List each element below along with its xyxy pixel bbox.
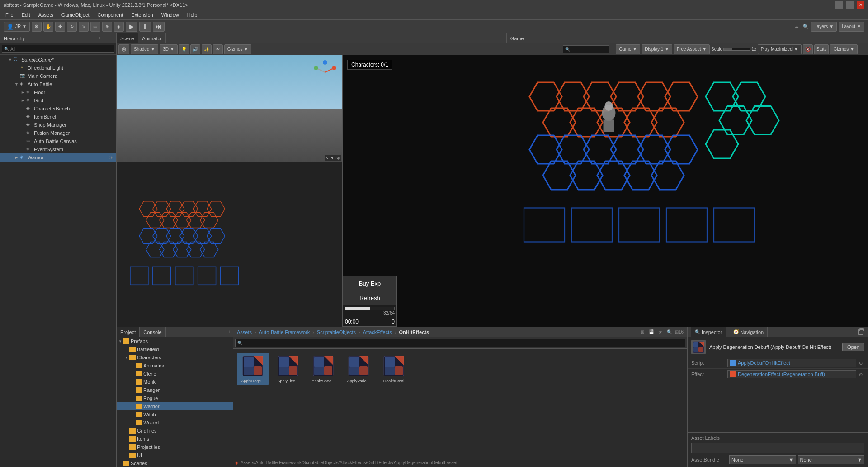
minimize-button[interactable]: ─ — [835, 1, 843, 9]
breadcrumb-so[interactable]: ScriptableObjects — [317, 329, 356, 335]
tab-console[interactable]: Console — [140, 327, 165, 337]
tab-game[interactable]: Game — [507, 33, 528, 43]
hierarchy-menu-button[interactable]: ⋮ — [105, 35, 113, 42]
mute-audio-btn[interactable]: 🔇 — [803, 44, 813, 54]
game-viewport[interactable]: Characters: 0/1 Buy Exp Refresh — [343, 55, 868, 327]
asset-labels-input[interactable] — [691, 443, 864, 453]
file-browser-bookmark[interactable]: ★ — [657, 329, 664, 336]
scale-slider[interactable] — [723, 48, 750, 51]
folder-animation[interactable]: Animation — [117, 362, 233, 370]
maximize-button[interactable]: □ — [846, 1, 854, 9]
hierarchy-item-warrior[interactable]: ► ◈ Warrior ≫ — [0, 153, 116, 162]
scene-effects-btn[interactable]: ✨ — [202, 44, 212, 54]
folder-ui[interactable]: UI — [117, 451, 233, 459]
tool-hand[interactable]: ✋ — [43, 22, 53, 32]
menu-gameobject[interactable]: GameObject — [58, 11, 93, 19]
folder-ranger[interactable]: Ranger — [117, 386, 233, 394]
folder-rogue[interactable]: Rogue — [117, 394, 233, 402]
hierarchy-search-input[interactable] — [10, 47, 112, 52]
buy-exp-button[interactable]: Buy Exp — [343, 276, 396, 291]
scene-search-input[interactable] — [571, 47, 607, 52]
file-healthsteal[interactable]: HealthSteal — [378, 353, 410, 385]
hierarchy-item-shopmanager[interactable]: ◈ Shop Manager — [0, 121, 116, 129]
script-field-options[interactable]: ⊙ — [857, 359, 864, 367]
scene-2d3d-dropdown[interactable]: 3D ▼ — [160, 44, 177, 54]
scene-lighting-btn[interactable]: 💡 — [179, 44, 189, 54]
asset-bundle-select-2[interactable]: None ▼ — [798, 455, 865, 464]
hierarchy-item-samplegame[interactable]: ▼ ⬡ SampleGame* — [0, 56, 116, 64]
file-applyfixed[interactable]: ApplyFixe... — [272, 353, 304, 385]
gizmos-game-dropdown[interactable]: Gizmos ▼ — [830, 44, 858, 54]
hierarchy-item-grid[interactable]: ► ◈ Grid — [0, 96, 116, 105]
cloud-button[interactable]: ☁ — [793, 23, 800, 30]
effect-field-value[interactable]: DegenerationEffect (Regeneration Buff) — [727, 370, 856, 378]
file-applyvariation[interactable]: ApplyVaria... — [343, 353, 374, 385]
scene-gizmos-dropdown[interactable]: Gizmos ▼ — [224, 44, 252, 54]
script-value-text[interactable]: ApplyDebuffOnHitEffect — [738, 360, 790, 366]
hierarchy-item-floor[interactable]: ► ◈ Floor — [0, 88, 116, 96]
menu-help[interactable]: Help — [184, 11, 201, 19]
scene-hidden-btn[interactable]: 👁 — [213, 44, 223, 54]
scene-shading-dropdown[interactable]: Shaded ▼ — [131, 44, 158, 54]
tool-combined[interactable]: ⊕ — [102, 22, 112, 32]
tool-scale[interactable]: ⇲ — [79, 22, 89, 32]
folder-cleric[interactable]: Cleric — [117, 370, 233, 378]
file-applydegen[interactable]: ApplyDege... — [237, 353, 269, 385]
file-browser-save[interactable]: 💾 — [648, 329, 655, 336]
tab-inspector[interactable]: 🔍 Inspector — [691, 327, 726, 337]
file-browser-search[interactable]: 🔍 — [666, 329, 673, 336]
scene-viewport[interactable]: < Persp — [117, 55, 342, 327]
asset-bundle-select-1[interactable]: None ▼ — [729, 455, 796, 464]
folder-prefabs[interactable]: ▼ Prefabs — [117, 337, 233, 345]
gizmo-widget[interactable] — [311, 59, 339, 86]
folder-characters[interactable]: ▼ Characters — [117, 353, 233, 362]
script-field-value[interactable]: ApplyDebuffOnHitEffect — [727, 359, 856, 367]
file-applyspeed[interactable]: ApplySpee... — [307, 353, 339, 385]
game-aspect-dropdown[interactable]: Free Aspect ▼ — [674, 44, 710, 54]
breadcrumb-framework[interactable]: Auto-Battle Framework — [259, 329, 310, 335]
project-add-btn[interactable]: + — [226, 329, 233, 336]
hierarchy-item-directional-light[interactable]: ☀ Directional Light — [0, 64, 116, 72]
menu-component[interactable]: Component — [94, 11, 127, 19]
folder-monk[interactable]: Monk — [117, 378, 233, 386]
effect-field-options[interactable]: ⊙ — [857, 371, 864, 378]
tab-animator[interactable]: Animator — [138, 33, 166, 43]
tool-move[interactable]: ✥ — [55, 22, 65, 32]
scene-audio-btn[interactable]: 🔊 — [190, 44, 200, 54]
pause-button[interactable]: ⏸ — [139, 22, 151, 32]
account-badge[interactable]: 👤 JR ▼ — [4, 22, 30, 32]
warrior-action-btn[interactable]: ≫ — [108, 154, 114, 161]
tool-rect[interactable]: ▭ — [90, 22, 100, 32]
menu-edit[interactable]: Edit — [18, 11, 34, 19]
inspector-lock-btn[interactable] — [857, 329, 864, 336]
folder-scenes[interactable]: Scenes — [117, 459, 233, 467]
hierarchy-item-fusionmanager[interactable]: ◈ Fusion Manager — [0, 129, 116, 137]
file-browser-options[interactable]: ⊞ — [639, 329, 646, 336]
hierarchy-item-main-camera[interactable]: 📷 Main Camera — [0, 72, 116, 80]
folder-items[interactable]: Items — [117, 435, 233, 443]
breadcrumb-attack[interactable]: AttackEffects — [363, 329, 392, 335]
tab-navigation[interactable]: 🧭 Navigation — [730, 327, 768, 337]
hierarchy-item-charbench[interactable]: ◈ CharacterBench — [0, 105, 116, 113]
file-search-input[interactable] — [243, 340, 683, 345]
refresh-button[interactable]: Refresh — [343, 291, 396, 305]
hierarchy-item-canvas[interactable]: ▭ Auto-Battle Canvas — [0, 137, 116, 145]
game-display-dropdown[interactable]: Game ▼ — [616, 44, 640, 54]
layout-dropdown[interactable]: Layout ▼ — [839, 22, 864, 32]
open-button[interactable]: Open — [842, 343, 864, 351]
play-button[interactable]: ▶ — [126, 22, 137, 32]
step-button[interactable]: ⏭ — [153, 22, 165, 32]
stats-btn[interactable]: Stats — [814, 44, 829, 54]
folder-wizard[interactable]: Wizard — [117, 419, 233, 427]
folder-warrior[interactable]: Warrior — [117, 402, 233, 410]
folder-witch[interactable]: Witch — [117, 410, 233, 419]
tool-rotate[interactable]: ↻ — [67, 22, 77, 32]
game-display-num[interactable]: Display 1 ▼ — [642, 44, 672, 54]
breadcrumb-assets[interactable]: Assets — [237, 329, 252, 335]
menu-extension[interactable]: Extension — [127, 11, 156, 19]
play-maximized-btn[interactable]: Play Maximized ▼ — [758, 44, 802, 54]
hierarchy-item-eventsystem[interactable]: ◈ EventSystem — [0, 145, 116, 153]
menu-window[interactable]: Window — [158, 11, 183, 19]
hierarchy-item-auto-battle[interactable]: ▼ ◈ Auto-Battle — [0, 80, 116, 88]
folder-gridtiles[interactable]: GridTiles — [117, 427, 233, 435]
